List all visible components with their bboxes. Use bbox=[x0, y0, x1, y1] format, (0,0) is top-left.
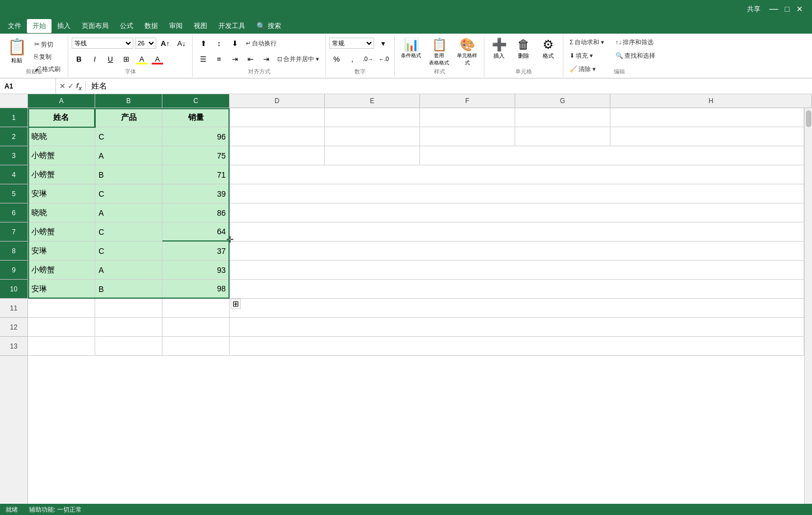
find-select-button[interactable]: 🔍查找和选择 bbox=[613, 50, 658, 61]
row-header-13[interactable]: 13 bbox=[0, 337, 27, 356]
cell-rest11[interactable] bbox=[230, 299, 804, 318]
cell-E2[interactable] bbox=[325, 127, 420, 146]
align-bottom-button[interactable]: ⬇ bbox=[227, 36, 242, 50]
font-color-button[interactable]: A bbox=[150, 52, 165, 66]
align-left-button[interactable]: ☰ bbox=[196, 52, 211, 66]
cell-B5[interactable]: C bbox=[95, 184, 162, 203]
cell-A8[interactable]: 安琳 bbox=[28, 242, 95, 261]
cut-button[interactable]: ✂剪切 bbox=[31, 39, 63, 50]
row-header-2[interactable]: 2 bbox=[0, 127, 27, 146]
paste-options-icon[interactable]: ⊞ bbox=[231, 299, 241, 309]
cell-A10[interactable]: 安琳 bbox=[28, 280, 95, 299]
cell-B13[interactable] bbox=[95, 337, 162, 356]
cell-B2[interactable]: C bbox=[95, 127, 162, 146]
row-header-5[interactable]: 5 bbox=[0, 184, 27, 203]
col-header-B[interactable]: B bbox=[95, 94, 162, 108]
row-header-4[interactable]: 4 bbox=[0, 165, 27, 184]
col-header-D[interactable]: D bbox=[230, 94, 325, 108]
number-format-select[interactable]: 常规 bbox=[329, 38, 374, 49]
cell-B8[interactable]: C bbox=[95, 242, 162, 261]
cell-E1[interactable] bbox=[325, 108, 420, 127]
row-header-3[interactable]: 3 bbox=[0, 146, 27, 165]
autosum-button[interactable]: Σ自动求和 ▾ bbox=[567, 36, 612, 48]
row-header-10[interactable]: 10 bbox=[0, 280, 27, 299]
close-button[interactable]: ✕ bbox=[796, 4, 803, 13]
menu-home[interactable]: 开始 bbox=[27, 19, 52, 33]
cell-rest4[interactable] bbox=[230, 165, 804, 184]
menu-page-layout[interactable]: 页面布局 bbox=[76, 19, 114, 33]
menu-insert[interactable]: 插入 bbox=[52, 19, 76, 33]
cell-B7[interactable]: C bbox=[95, 222, 162, 242]
align-right-button[interactable]: ⇥ bbox=[227, 52, 242, 66]
minimize-button[interactable]: — bbox=[769, 4, 778, 14]
cell-rest13[interactable] bbox=[230, 337, 804, 356]
scrollbar-thumb[interactable] bbox=[806, 110, 811, 127]
cell-D2[interactable] bbox=[230, 127, 325, 146]
cell-H1[interactable] bbox=[610, 108, 804, 127]
align-top-button[interactable]: ⬆ bbox=[196, 36, 211, 50]
cell-C3[interactable]: 75 bbox=[162, 146, 230, 165]
cell-C11[interactable] bbox=[162, 299, 230, 318]
col-header-A[interactable]: A bbox=[28, 94, 95, 108]
cell-D1[interactable] bbox=[230, 108, 325, 127]
row-header-1[interactable]: 1 bbox=[0, 108, 27, 127]
col-header-H[interactable]: H bbox=[610, 94, 812, 108]
table-format-button[interactable]: 📋 套用表格格式 bbox=[426, 36, 452, 68]
insert-function-icon[interactable]: fx bbox=[76, 81, 82, 91]
col-header-F[interactable]: F bbox=[420, 94, 515, 108]
share-button[interactable]: 共享 bbox=[747, 4, 760, 14]
row-header-9[interactable]: 9 bbox=[0, 261, 27, 280]
cell-rest3[interactable] bbox=[420, 146, 804, 165]
border-button[interactable]: ⊞ bbox=[119, 52, 133, 66]
cell-C1[interactable]: 销量 bbox=[162, 108, 230, 127]
cell-B6[interactable]: A bbox=[95, 203, 162, 222]
confirm-icon[interactable]: ✓ bbox=[68, 82, 74, 90]
cell-A3[interactable]: 小螃蟹 bbox=[28, 146, 95, 165]
cell-A5[interactable]: 安琳 bbox=[28, 184, 95, 203]
indent-dec-button[interactable]: ⇤ bbox=[243, 52, 258, 66]
cell-B11[interactable] bbox=[95, 299, 162, 318]
merge-center-button[interactable]: ⊡合并并居中 ▾ bbox=[274, 53, 322, 64]
row-header-12[interactable]: 12 bbox=[0, 318, 27, 337]
menu-view[interactable]: 视图 bbox=[188, 19, 213, 33]
font-family-select[interactable]: 等线 bbox=[72, 38, 133, 49]
menu-search[interactable]: 🔍搜索 bbox=[251, 19, 287, 33]
cell-E3[interactable] bbox=[325, 146, 420, 165]
increase-decimal-button[interactable]: .0→ bbox=[361, 52, 375, 66]
cell-A2[interactable]: 晓晓 bbox=[28, 127, 95, 146]
cell-C6[interactable]: 86 bbox=[162, 203, 230, 222]
cell-A12[interactable] bbox=[28, 318, 95, 337]
cell-B4[interactable]: B bbox=[95, 165, 162, 184]
col-header-G[interactable]: G bbox=[515, 94, 610, 108]
cell-A13[interactable] bbox=[28, 337, 95, 356]
cell-rest7[interactable] bbox=[230, 222, 804, 242]
fill-handle[interactable]: ✛ bbox=[226, 234, 234, 245]
menu-data[interactable]: 数据 bbox=[139, 19, 164, 33]
cell-C10[interactable]: 98 bbox=[162, 280, 230, 299]
decrease-font-button[interactable]: A↓ bbox=[174, 36, 189, 50]
bold-button[interactable]: B bbox=[72, 52, 86, 66]
row-header-7[interactable]: 7 bbox=[0, 222, 27, 242]
formula-content[interactable]: 姓名 bbox=[86, 81, 812, 91]
row-header-8[interactable]: 8 bbox=[0, 242, 27, 261]
cell-C13[interactable] bbox=[162, 337, 230, 356]
cell-H2[interactable] bbox=[610, 127, 804, 146]
delete-button[interactable]: 🗑 删除 bbox=[512, 36, 535, 61]
maximize-button[interactable]: □ bbox=[785, 4, 790, 13]
cell-B12[interactable] bbox=[95, 318, 162, 337]
number-format-dropdown[interactable]: ▾ bbox=[376, 36, 390, 50]
cell-rest12[interactable] bbox=[230, 318, 804, 337]
increase-font-button[interactable]: A↑ bbox=[158, 36, 172, 50]
cell-D3[interactable] bbox=[230, 146, 325, 165]
cell-rest10[interactable] bbox=[230, 280, 804, 299]
insert-button[interactable]: ➕ 插入 bbox=[488, 36, 510, 61]
font-size-select[interactable]: 26 bbox=[135, 38, 156, 49]
cell-rest6[interactable] bbox=[230, 203, 804, 222]
cell-A9[interactable]: 小螃蟹 bbox=[28, 261, 95, 280]
cell-A4[interactable]: 小螃蟹 bbox=[28, 165, 95, 184]
row-header-6[interactable]: 6 bbox=[0, 203, 27, 222]
copy-button[interactable]: ⎘复制 bbox=[31, 51, 63, 62]
cell-rest5[interactable] bbox=[230, 184, 804, 203]
cell-B3[interactable]: A bbox=[95, 146, 162, 165]
cell-C7[interactable]: 64 ✛ bbox=[162, 222, 230, 242]
